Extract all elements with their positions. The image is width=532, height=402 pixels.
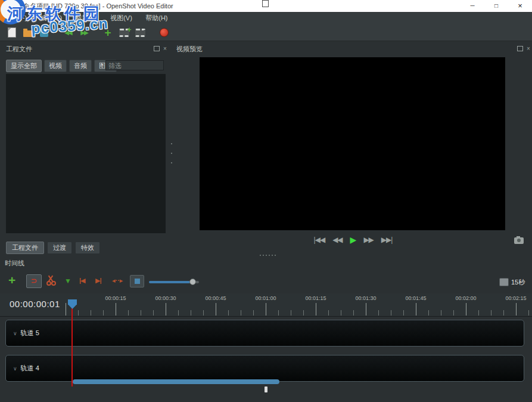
filter-tab-video[interactable]: 视频	[44, 60, 67, 72]
add-marker-button[interactable]: ▼	[64, 277, 71, 285]
timeline-track-5[interactable]: ∨ 轨道 5	[5, 320, 524, 347]
camera-icon[interactable]	[514, 237, 524, 244]
close-button[interactable]: ×	[508, 0, 532, 12]
ruler-label: 00:01:00	[248, 295, 284, 301]
filter-input[interactable]	[105, 60, 164, 70]
zoom-slider-track[interactable]	[149, 281, 195, 283]
play-button[interactable]: ▶	[350, 235, 356, 245]
zoom-scale-icon[interactable]	[499, 278, 509, 286]
panel-float-icon[interactable]	[154, 46, 160, 51]
vertical-splitter[interactable]	[170, 143, 173, 163]
menu-title[interactable]: 标题(T)	[70, 12, 102, 24]
filter-tab-audio[interactable]: 音频	[69, 60, 92, 72]
playhead-line	[71, 308, 73, 386]
main-toolbar: ◀◀ ▶▶ +	[0, 24, 532, 41]
video-preview	[200, 57, 505, 230]
center-playhead-button[interactable]: ◂··▸	[112, 277, 123, 285]
jump-start-button[interactable]: |◀◀	[314, 236, 325, 244]
choose-profile-button[interactable]	[117, 26, 131, 39]
timeline-view-button[interactable]	[130, 275, 144, 287]
snapping-toggle-button[interactable]: ⊃	[26, 274, 42, 288]
timeline-horizontal-scrollbar[interactable]	[73, 379, 279, 384]
project-files-dock-controls: ×	[154, 46, 167, 51]
project-files-list[interactable]	[6, 74, 166, 233]
ruler-label: 00:00:30	[148, 295, 183, 301]
panel-close-icon[interactable]: ×	[527, 47, 530, 51]
open-project-button[interactable]	[21, 26, 35, 39]
menu-file[interactable]: 文件(F)	[0, 12, 32, 24]
new-project-icon	[8, 27, 16, 38]
bottom-splitter-handle[interactable]	[265, 386, 267, 392]
add-track-button[interactable]: +	[8, 274, 15, 286]
video-preview-panel-title: 视频预览	[176, 45, 203, 54]
panel-close-icon[interactable]: ×	[163, 47, 167, 51]
ruler-label: 00:02:00	[448, 295, 484, 301]
jump-end-button[interactable]: ▶▶|	[381, 236, 393, 244]
window-title: 未命名项目 [HD 720p 30 fps] - OpenShot Video …	[17, 0, 173, 12]
open-folder-icon	[23, 30, 33, 37]
maximize-button[interactable]: □	[484, 0, 508, 12]
track-collapse-icon[interactable]: ∨	[13, 366, 17, 372]
import-files-button[interactable]: +	[101, 26, 115, 39]
current-time-display: 00:00:00:01	[10, 299, 60, 309]
redo-button[interactable]: ▶▶	[77, 26, 91, 39]
new-project-button[interactable]	[5, 26, 19, 39]
tab-project-files[interactable]: 工程文件	[6, 242, 44, 254]
menu-help[interactable]: 帮助(H)	[140, 12, 173, 24]
record-circle-icon	[160, 28, 169, 37]
project-files-panel-title: 工程文件	[6, 45, 32, 54]
ruler-label: 00:00:15	[98, 295, 133, 301]
fullscreen-button[interactable]	[133, 26, 147, 39]
import-plus-icon: +	[104, 27, 111, 38]
zoom-slider[interactable]	[149, 279, 199, 285]
previous-marker-button[interactable]: |◀	[79, 277, 85, 285]
save-project-button[interactable]	[37, 26, 51, 39]
minimize-button[interactable]: ─	[461, 0, 484, 12]
titlebar: 未命名项目 [HD 720p 30 fps] - OpenShot Video …	[0, 0, 532, 13]
tab-transitions[interactable]: 过渡	[47, 242, 72, 254]
view-square-icon	[135, 279, 140, 284]
track-label: 轨道 4	[21, 364, 39, 373]
razor-tool-button[interactable]	[45, 275, 56, 286]
tab-effects[interactable]: 特效	[75, 242, 100, 254]
openshot-window: 未命名项目 [HD 720p 30 fps] - OpenShot Video …	[0, 0, 532, 402]
app-icon	[4, 2, 12, 10]
artifact-box	[262, 0, 269, 7]
export-video-button[interactable]	[157, 26, 171, 39]
ruler-label: 00:01:15	[298, 295, 334, 301]
film-plus-icon	[119, 29, 129, 37]
timeline-ruler[interactable]: 00:00:00:01 00:00:15 00:00:30 00:00:45 0…	[0, 293, 532, 317]
zoom-slider-handle[interactable]	[189, 279, 196, 285]
file-filter-tabs: 显示全部 视频 音频 图像	[6, 60, 117, 72]
undo-button[interactable]: ◀◀	[61, 26, 75, 39]
next-marker-button[interactable]: ▶|	[95, 277, 101, 285]
zoom-level-label: 15秒	[511, 278, 525, 287]
film-icon	[135, 29, 145, 37]
window-controls: ─ □ ×	[461, 0, 532, 12]
redo-icon: ▶▶	[80, 29, 87, 36]
filter-tab-all[interactable]: 显示全部	[6, 60, 42, 72]
left-bottom-tabs: 工程文件 过渡 特效	[6, 242, 100, 254]
timeline-track-4[interactable]: ∨ 轨道 4	[5, 355, 524, 382]
ruler-label: 00:01:45	[398, 295, 434, 301]
menubar: 文件(F) 编辑(E) 标题(T) 视图(V) 帮助(H)	[0, 12, 532, 24]
ruler-label: 00:01:30	[348, 295, 384, 301]
panel-float-icon[interactable]	[517, 46, 523, 51]
track-label: 轨道 5	[21, 329, 39, 338]
save-disk-icon	[40, 29, 48, 37]
transport-controls: |◀◀ ◀◀ ▶ ▶▶ ▶▶|	[174, 235, 532, 245]
track-collapse-icon[interactable]: ∨	[13, 330, 17, 336]
ruler-label: 00:00:45	[198, 295, 234, 301]
timeline-panel-title: 时间线	[5, 259, 24, 268]
undo-icon: ◀◀	[64, 29, 71, 36]
horizontal-splitter[interactable]	[258, 255, 277, 256]
ruler-label: 00:02:15	[498, 295, 532, 301]
menu-view[interactable]: 视图(V)	[105, 12, 138, 24]
rewind-button[interactable]: ◀◀	[332, 236, 342, 244]
video-preview-dock-controls: ×	[517, 46, 530, 51]
menu-edit[interactable]: 编辑(E)	[35, 12, 68, 24]
fast-forward-button[interactable]: ▶▶	[363, 236, 373, 244]
ruler-major-ticks	[66, 303, 532, 316]
